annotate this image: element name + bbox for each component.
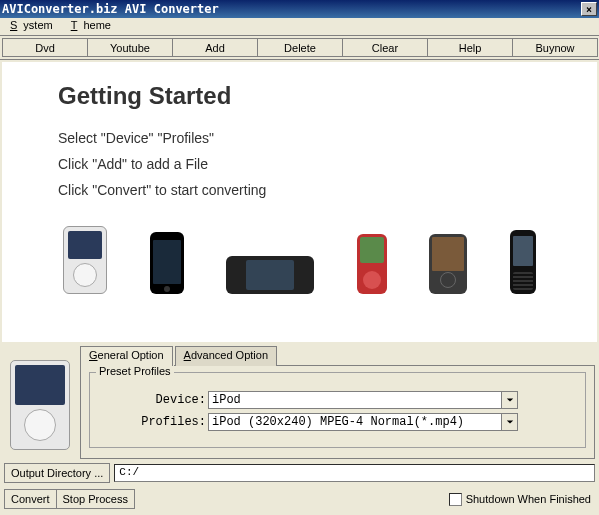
chevron-down-icon[interactable] <box>501 414 517 430</box>
device-value: iPod <box>209 392 501 408</box>
shutdown-checkbox[interactable] <box>449 493 462 506</box>
device-combobox[interactable]: iPod <box>208 391 518 409</box>
main-content: Getting Started Select "Device" "Profile… <box>2 62 597 342</box>
device-iphone <box>150 232 184 294</box>
menubar: System Theme <box>0 18 599 36</box>
shutdown-label: Shutdown When Finished <box>466 493 591 505</box>
window-title: AVIConverter.biz AVI Converter <box>2 2 219 16</box>
output-directory-button[interactable]: Output Directory ... <box>4 463 110 483</box>
toolbar-delete[interactable]: Delete <box>257 38 343 57</box>
output-directory-row: Output Directory ... C:/ <box>0 459 599 487</box>
preset-legend: Preset Profiles <box>96 365 174 377</box>
profiles-combobox[interactable]: iPod (320x240) MPEG-4 Normal(*.mp4) <box>208 413 518 431</box>
profiles-value: iPod (320x240) MPEG-4 Normal(*.mp4) <box>209 414 501 430</box>
chevron-down-icon[interactable] <box>501 392 517 408</box>
menu-theme[interactable]: Theme <box>65 18 123 35</box>
device-phone <box>510 230 536 294</box>
menu-system[interactable]: System <box>4 18 65 35</box>
selected-device-thumbnail <box>4 346 76 459</box>
step-1: Select "Device" "Profiles" <box>58 130 567 146</box>
toolbar-dvd[interactable]: Dvd <box>2 38 88 57</box>
tab-row: General Option Advanced Option <box>80 346 595 366</box>
preset-profiles-group: Preset Profiles Device: iPod Profiles: i… <box>89 372 586 448</box>
toolbar-clear[interactable]: Clear <box>342 38 428 57</box>
device-ipod-nano <box>357 234 387 294</box>
output-directory-field[interactable]: C:/ <box>114 464 595 482</box>
toolbar-add[interactable]: Add <box>172 38 258 57</box>
toolbar-help[interactable]: Help <box>427 38 513 57</box>
tab-advanced-option[interactable]: Advanced Option <box>175 346 277 366</box>
profiles-label: Profiles: <box>98 415 208 429</box>
device-label: Device: <box>98 393 208 407</box>
convert-button[interactable]: Convert <box>4 489 57 509</box>
step-2: Click "Add" to add a File <box>58 156 567 172</box>
stop-process-button[interactable]: Stop Process <box>56 489 135 509</box>
getting-started-steps: Select "Device" "Profiles" Click "Add" t… <box>58 130 567 198</box>
toolbar-youtube[interactable]: Youtube <box>87 38 173 57</box>
device-psp <box>226 256 314 294</box>
tab-panel-general: Preset Profiles Device: iPod Profiles: i… <box>80 365 595 459</box>
bottom-bar: Convert Stop Process Shutdown When Finis… <box>0 487 599 513</box>
close-icon[interactable]: × <box>581 2 597 16</box>
page-title: Getting Started <box>58 82 567 110</box>
ipod-icon <box>10 360 70 450</box>
device-gallery <box>32 226 567 294</box>
device-ipod-classic <box>63 226 107 294</box>
options-area: General Option Advanced Option Preset Pr… <box>0 344 599 459</box>
step-3: Click "Convert" to start converting <box>58 182 567 198</box>
toolbar-buynow[interactable]: Buynow <box>512 38 598 57</box>
window-titlebar: AVIConverter.biz AVI Converter × <box>0 0 599 18</box>
tab-general-option[interactable]: General Option <box>80 346 173 366</box>
toolbar: Dvd Youtube Add Delete Clear Help Buynow <box>0 36 599 60</box>
device-zune <box>429 234 467 294</box>
